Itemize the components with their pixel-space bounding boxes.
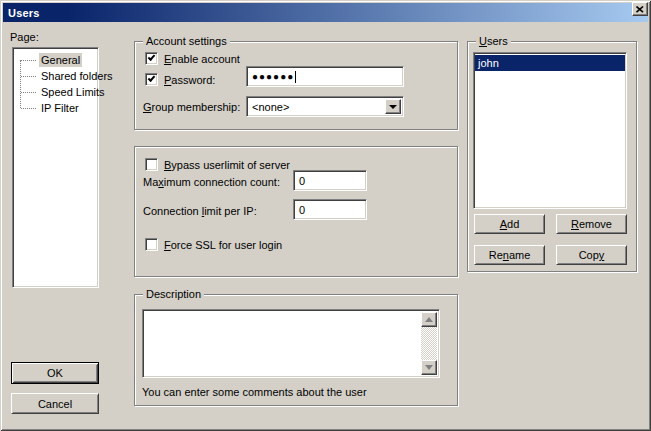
arrow-down-icon: [425, 365, 433, 370]
description-textarea[interactable]: [142, 309, 440, 378]
account-settings-title: Account settings: [143, 35, 230, 47]
password-checkbox[interactable]: [145, 73, 158, 86]
tree-item-speed-limits[interactable]: Speed Limits: [14, 84, 97, 100]
tree-item-ip-filter[interactable]: IP Filter: [14, 100, 97, 116]
remove-button[interactable]: Remove: [556, 214, 627, 234]
check-icon: [148, 53, 156, 61]
enable-account-checkbox[interactable]: [145, 52, 158, 65]
page-label: Page:: [10, 31, 39, 43]
description-title: Description: [143, 288, 204, 300]
group-membership-value: <none>: [252, 101, 289, 113]
page-tree[interactable]: General Shared folders Speed Limits IP F…: [12, 47, 99, 288]
enable-account-label[interactable]: Enable account: [164, 53, 240, 65]
arrow-up-icon: [425, 317, 433, 322]
max-connection-count-value: 0: [299, 175, 305, 187]
group-membership-select[interactable]: <none>: [246, 96, 404, 117]
tree-item-shared-folders[interactable]: Shared folders: [14, 68, 97, 84]
dropdown-button[interactable]: [385, 99, 401, 114]
titlebar[interactable]: Users: [3, 3, 648, 22]
max-connection-count-input[interactable]: 0: [293, 170, 367, 191]
connection-limit-per-ip-label: Connection limit per IP:: [143, 205, 257, 217]
close-icon: [636, 6, 644, 13]
cancel-button[interactable]: Cancel: [11, 393, 99, 414]
chevron-down-icon: [389, 105, 397, 109]
user-name: john: [478, 57, 499, 69]
password-value: ●●●●●●: [252, 71, 294, 82]
users-list[interactable]: john: [473, 52, 627, 209]
scroll-down-button[interactable]: [421, 360, 437, 375]
tree-item-label: Speed Limits: [39, 85, 107, 99]
force-ssl-checkbox[interactable]: [145, 238, 158, 251]
tree-item-label: General: [39, 53, 82, 67]
bypass-userlimit-checkbox[interactable]: [145, 158, 158, 171]
tree-item-label: Shared folders: [39, 69, 115, 83]
copy-button[interactable]: Copy: [556, 245, 627, 265]
users-group-title: Users: [476, 35, 511, 47]
password-input[interactable]: ●●●●●●: [246, 66, 404, 87]
user-list-item-john[interactable]: john: [475, 55, 625, 71]
description-scrollbar[interactable]: [421, 312, 437, 375]
force-ssl-label[interactable]: Force SSL for user login: [164, 239, 282, 251]
tree-item-general[interactable]: General: [14, 52, 97, 68]
bypass-userlimit-label[interactable]: Bypass userlimit of server: [164, 159, 290, 171]
users-dialog: Users Page: General Shared folders Speed…: [0, 0, 651, 431]
check-icon: [148, 74, 156, 82]
tree-item-label: IP Filter: [39, 101, 81, 115]
text-caret: [295, 71, 296, 83]
description-hint: You can enter some comments about the us…: [142, 386, 367, 398]
window-title: Users: [3, 7, 40, 19]
rename-button[interactable]: Rename: [474, 245, 545, 265]
scroll-up-button[interactable]: [421, 312, 437, 327]
ok-button[interactable]: OK: [11, 362, 99, 384]
close-button[interactable]: [632, 2, 648, 16]
password-label[interactable]: Password:: [164, 74, 215, 86]
add-button[interactable]: Add: [474, 214, 545, 234]
max-connection-count-label: Maximum connection count:: [143, 176, 280, 188]
group-membership-label: Group membership:: [143, 101, 240, 113]
connection-limit-per-ip-value: 0: [299, 204, 305, 216]
connection-limit-per-ip-input[interactable]: 0: [293, 199, 367, 220]
